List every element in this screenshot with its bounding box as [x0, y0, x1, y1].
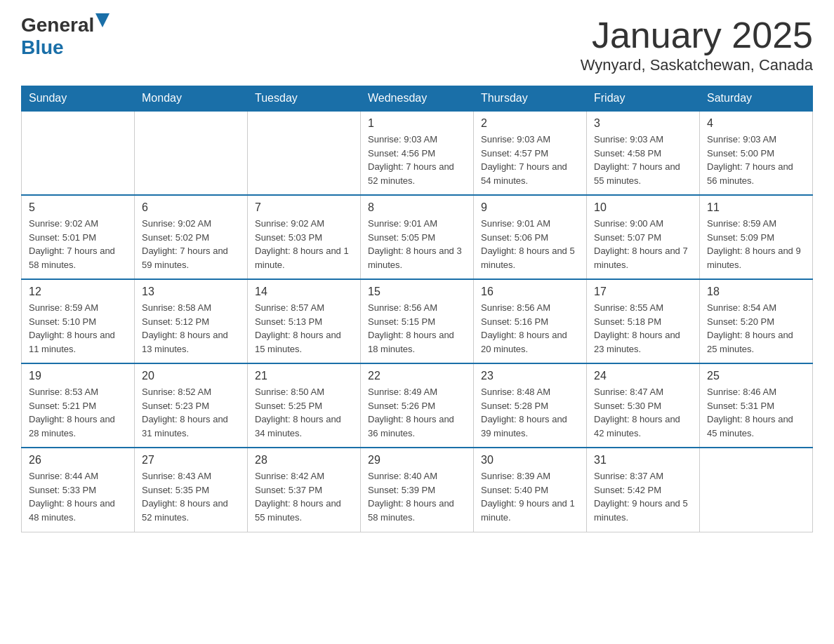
- day-number: 21: [255, 370, 353, 382]
- day-info: Sunrise: 8:42 AM Sunset: 5:37 PM Dayligh…: [255, 469, 353, 524]
- week-row-2: 5Sunrise: 9:02 AM Sunset: 5:01 PM Daylig…: [22, 195, 813, 279]
- calendar-cell: 1Sunrise: 9:03 AM Sunset: 4:56 PM Daylig…: [361, 111, 474, 195]
- day-info: Sunrise: 9:01 AM Sunset: 5:05 PM Dayligh…: [368, 217, 466, 271]
- calendar-cell: 16Sunrise: 8:56 AM Sunset: 5:16 PM Dayli…: [474, 279, 587, 363]
- day-info: Sunrise: 8:52 AM Sunset: 5:23 PM Dayligh…: [142, 385, 240, 440]
- day-info: Sunrise: 9:02 AM Sunset: 5:01 PM Dayligh…: [29, 217, 127, 271]
- day-number: 7: [255, 201, 353, 214]
- day-info: Sunrise: 8:43 AM Sunset: 5:35 PM Dayligh…: [142, 469, 240, 524]
- weekday-header-sunday: Sunday: [22, 86, 135, 112]
- weekday-header-row: SundayMondayTuesdayWednesdayThursdayFrid…: [22, 86, 813, 112]
- calendar-cell: 10Sunrise: 9:00 AM Sunset: 5:07 PM Dayli…: [587, 195, 700, 279]
- calendar-cell: [248, 111, 361, 195]
- calendar-cell: 17Sunrise: 8:55 AM Sunset: 5:18 PM Dayli…: [587, 279, 700, 363]
- day-info: Sunrise: 9:03 AM Sunset: 4:56 PM Dayligh…: [368, 133, 466, 187]
- weekday-header-friday: Friday: [587, 86, 700, 112]
- day-number: 20: [142, 370, 240, 382]
- title-block: January 2025 Wynyard, Saskatchewan, Cana…: [581, 14, 813, 74]
- calendar-cell: 11Sunrise: 8:59 AM Sunset: 5:09 PM Dayli…: [700, 195, 813, 279]
- day-number: 30: [481, 454, 579, 467]
- day-info: Sunrise: 8:54 AM Sunset: 5:20 PM Dayligh…: [707, 301, 805, 356]
- calendar-cell: 3Sunrise: 9:03 AM Sunset: 4:58 PM Daylig…: [587, 111, 700, 195]
- calendar-cell: 5Sunrise: 9:02 AM Sunset: 5:01 PM Daylig…: [22, 195, 135, 279]
- day-number: 4: [707, 117, 805, 130]
- calendar-cell: 8Sunrise: 9:01 AM Sunset: 5:05 PM Daylig…: [361, 195, 474, 279]
- weekday-header-thursday: Thursday: [474, 86, 587, 112]
- calendar-cell: 31Sunrise: 8:37 AM Sunset: 5:42 PM Dayli…: [587, 448, 700, 532]
- week-row-3: 12Sunrise: 8:59 AM Sunset: 5:10 PM Dayli…: [22, 279, 813, 363]
- day-number: 24: [594, 370, 692, 382]
- day-info: Sunrise: 8:37 AM Sunset: 5:42 PM Dayligh…: [594, 469, 692, 524]
- day-info: Sunrise: 8:56 AM Sunset: 5:15 PM Dayligh…: [368, 301, 466, 356]
- calendar-cell: 14Sunrise: 8:57 AM Sunset: 5:13 PM Dayli…: [248, 279, 361, 363]
- day-number: 5: [29, 201, 127, 214]
- day-info: Sunrise: 9:00 AM Sunset: 5:07 PM Dayligh…: [594, 217, 692, 271]
- calendar-cell: 24Sunrise: 8:47 AM Sunset: 5:30 PM Dayli…: [587, 363, 700, 448]
- weekday-header-wednesday: Wednesday: [361, 86, 474, 112]
- day-number: 15: [368, 286, 466, 298]
- day-info: Sunrise: 8:40 AM Sunset: 5:39 PM Dayligh…: [368, 469, 466, 524]
- day-number: 12: [29, 286, 127, 298]
- calendar-cell: 18Sunrise: 8:54 AM Sunset: 5:20 PM Dayli…: [700, 279, 813, 363]
- weekday-header-tuesday: Tuesday: [248, 86, 361, 112]
- calendar-cell: 29Sunrise: 8:40 AM Sunset: 5:39 PM Dayli…: [361, 448, 474, 532]
- logo-general-text: General: [21, 14, 94, 36]
- day-number: 18: [707, 286, 805, 298]
- calendar-cell: 20Sunrise: 8:52 AM Sunset: 5:23 PM Dayli…: [135, 363, 248, 448]
- calendar-cell: 7Sunrise: 9:02 AM Sunset: 5:03 PM Daylig…: [248, 195, 361, 279]
- calendar-cell: 9Sunrise: 9:01 AM Sunset: 5:06 PM Daylig…: [474, 195, 587, 279]
- calendar-cell: [135, 111, 248, 195]
- week-row-1: 1Sunrise: 9:03 AM Sunset: 4:56 PM Daylig…: [22, 111, 813, 195]
- logo-triangle-icon: [95, 13, 110, 33]
- week-row-5: 26Sunrise: 8:44 AM Sunset: 5:33 PM Dayli…: [22, 448, 813, 532]
- day-number: 22: [368, 370, 466, 382]
- day-number: 17: [594, 286, 692, 298]
- weekday-header-monday: Monday: [135, 86, 248, 112]
- calendar-cell: [700, 448, 813, 532]
- calendar-cell: 19Sunrise: 8:53 AM Sunset: 5:21 PM Dayli…: [22, 363, 135, 448]
- day-info: Sunrise: 9:02 AM Sunset: 5:02 PM Dayligh…: [142, 217, 240, 271]
- calendar-subtitle: Wynyard, Saskatchewan, Canada: [581, 56, 813, 74]
- week-row-4: 19Sunrise: 8:53 AM Sunset: 5:21 PM Dayli…: [22, 363, 813, 448]
- calendar-cell: 25Sunrise: 8:46 AM Sunset: 5:31 PM Dayli…: [700, 363, 813, 448]
- day-number: 29: [368, 454, 466, 467]
- day-number: 25: [707, 370, 805, 382]
- day-info: Sunrise: 9:03 AM Sunset: 4:57 PM Dayligh…: [481, 133, 579, 187]
- calendar-cell: 2Sunrise: 9:03 AM Sunset: 4:57 PM Daylig…: [474, 111, 587, 195]
- calendar-cell: [22, 111, 135, 195]
- calendar-cell: 22Sunrise: 8:49 AM Sunset: 5:26 PM Dayli…: [361, 363, 474, 448]
- day-number: 26: [29, 454, 127, 467]
- day-info: Sunrise: 9:03 AM Sunset: 5:00 PM Dayligh…: [707, 133, 805, 187]
- day-number: 9: [481, 201, 579, 214]
- day-info: Sunrise: 9:03 AM Sunset: 4:58 PM Dayligh…: [594, 133, 692, 187]
- day-info: Sunrise: 8:57 AM Sunset: 5:13 PM Dayligh…: [255, 301, 353, 356]
- day-number: 19: [29, 370, 127, 382]
- day-number: 3: [594, 117, 692, 130]
- calendar-cell: 27Sunrise: 8:43 AM Sunset: 5:35 PM Dayli…: [135, 448, 248, 532]
- day-info: Sunrise: 8:49 AM Sunset: 5:26 PM Dayligh…: [368, 385, 466, 440]
- day-number: 27: [142, 454, 240, 467]
- logo: General Blue: [21, 14, 110, 59]
- day-number: 14: [255, 286, 353, 298]
- day-info: Sunrise: 8:59 AM Sunset: 5:09 PM Dayligh…: [707, 217, 805, 271]
- day-info: Sunrise: 9:02 AM Sunset: 5:03 PM Dayligh…: [255, 217, 353, 271]
- day-info: Sunrise: 8:58 AM Sunset: 5:12 PM Dayligh…: [142, 301, 240, 356]
- day-info: Sunrise: 8:39 AM Sunset: 5:40 PM Dayligh…: [481, 469, 579, 524]
- day-info: Sunrise: 8:56 AM Sunset: 5:16 PM Dayligh…: [481, 301, 579, 356]
- day-number: 28: [255, 454, 353, 467]
- calendar-cell: 30Sunrise: 8:39 AM Sunset: 5:40 PM Dayli…: [474, 448, 587, 532]
- weekday-header-saturday: Saturday: [700, 86, 813, 112]
- calendar-cell: 12Sunrise: 8:59 AM Sunset: 5:10 PM Dayli…: [22, 279, 135, 363]
- calendar-table: SundayMondayTuesdayWednesdayThursdayFrid…: [21, 86, 813, 532]
- day-number: 8: [368, 201, 466, 214]
- day-number: 2: [481, 117, 579, 130]
- day-info: Sunrise: 8:50 AM Sunset: 5:25 PM Dayligh…: [255, 385, 353, 440]
- day-number: 6: [142, 201, 240, 214]
- day-info: Sunrise: 8:46 AM Sunset: 5:31 PM Dayligh…: [707, 385, 805, 440]
- calendar-cell: 21Sunrise: 8:50 AM Sunset: 5:25 PM Dayli…: [248, 363, 361, 448]
- calendar-cell: 6Sunrise: 9:02 AM Sunset: 5:02 PM Daylig…: [135, 195, 248, 279]
- calendar-cell: 28Sunrise: 8:42 AM Sunset: 5:37 PM Dayli…: [248, 448, 361, 532]
- calendar-cell: 13Sunrise: 8:58 AM Sunset: 5:12 PM Dayli…: [135, 279, 248, 363]
- day-info: Sunrise: 9:01 AM Sunset: 5:06 PM Dayligh…: [481, 217, 579, 271]
- day-info: Sunrise: 8:59 AM Sunset: 5:10 PM Dayligh…: [29, 301, 127, 356]
